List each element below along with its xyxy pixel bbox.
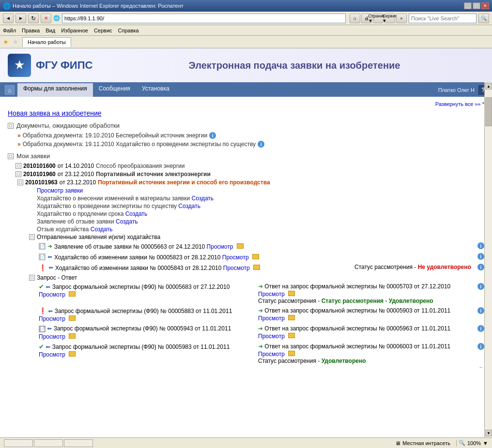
qa-item-1-status-label: Статус рассмотрения - <box>258 298 322 304</box>
qa-item-4-right: ➜ Ответ на запрос формальной экспертизы … <box>258 343 468 364</box>
menu-favorites[interactable]: Избранное <box>61 28 88 33</box>
pending-collapse-btn[interactable]: □ <box>8 123 14 129</box>
sent-collapse-btn[interactable]: □ <box>29 234 35 240</box>
qa-item-1-check-icon: ✔ <box>39 283 44 290</box>
view-app-link[interactable]: Просмотр заявки <box>37 187 83 194</box>
sent-item-2-folder-icon <box>252 254 259 261</box>
qa-item-4-left-text: Запрос формальной экспертизы (Ф90) № 000… <box>52 343 230 350</box>
window-title: Начало работы – Windows Internet Explore… <box>13 3 184 9</box>
action-4-text: Заявление об отзыве заявки <box>37 218 114 225</box>
nav-home-button[interactable]: ⌂ <box>4 84 15 96</box>
pending-info-icon-1[interactable]: i <box>209 132 216 139</box>
qa-item-3-left-link[interactable]: Просмотр <box>39 333 65 340</box>
minimize-btn[interactable]: _ <box>464 2 472 9</box>
app-2-collapse-btn[interactable]: □ <box>15 171 21 177</box>
qa-item-3-info-icon[interactable]: i <box>477 325 484 332</box>
new-application-link[interactable]: Новая заявка на изобретение <box>8 109 484 117</box>
action-1-link[interactable]: Создать <box>191 195 214 202</box>
maximize-btn[interactable]: □ <box>473 2 480 9</box>
qa-item-5-right-link[interactable]: Создать <box>372 367 395 368</box>
sent-item-3-link[interactable]: Просмотр <box>223 265 250 271</box>
menu-file[interactable]: Файл <box>3 28 16 33</box>
qa-collapse-btn[interactable]: □ <box>29 275 35 281</box>
sent-item-3-folder-icon <box>253 265 260 271</box>
sent-item-2-info-icon[interactable]: i <box>477 253 484 260</box>
favorites-tab-home[interactable]: Начало работы <box>22 37 71 47</box>
action-2-link[interactable]: Создать <box>178 203 200 209</box>
qa-item-1-left-text: Запрос формальной экспертизы (Ф90) № 000… <box>52 284 230 290</box>
nav-user-label: Платко Олег Н <box>438 87 475 93</box>
action-3-link[interactable]: Создать <box>125 210 148 217</box>
my-apps-collapse-btn[interactable]: □ <box>8 153 14 159</box>
pending-item-1: » Обработка документа: 19.10.2010 Беспер… <box>17 132 484 139</box>
status-bar-left <box>4 439 93 447</box>
extra-tools[interactable]: » <box>396 14 407 23</box>
qa-item-5-info-icon[interactable]: i <box>477 367 484 368</box>
scrollbar-down-btn[interactable]: ▼ <box>485 430 492 436</box>
refresh-button[interactable]: ↻ <box>28 14 39 23</box>
forward-button[interactable]: ► <box>15 14 26 23</box>
qa-item-4-left-link[interactable]: Просмотр <box>39 351 65 358</box>
pending-info-icon-2[interactable]: i <box>258 141 264 148</box>
scrollbar[interactable]: ▲ ▼ <box>484 82 492 437</box>
close-btn[interactable]: ✕ <box>481 2 489 9</box>
back-button[interactable]: ◄ <box>3 14 14 23</box>
nav-tab-setup[interactable]: Установка <box>136 83 175 97</box>
qa-item-1-right-text: Ответ на запрос формальной экспертизы № … <box>264 283 450 290</box>
sent-item-2-text: Ходатайство об изменении заявки № 000058… <box>54 253 476 261</box>
action-5-text: Отзыв ходатайства <box>37 226 89 233</box>
menu-edit[interactable]: Правка <box>22 28 40 33</box>
app-1-collapse-btn[interactable]: □ <box>15 163 21 169</box>
app-2-num: 2010101960 <box>23 171 56 178</box>
zoom-label: 100% <box>467 440 481 446</box>
qa-item-4-info-icon[interactable]: i <box>477 343 484 350</box>
action-5-link[interactable]: Создать <box>91 226 113 233</box>
sent-item-2-link[interactable]: Просмотр <box>222 254 249 261</box>
qa-item-1-info-icon[interactable]: i <box>477 283 484 290</box>
scrollbar-up-btn[interactable]: ▲ <box>485 83 492 90</box>
action-4-link[interactable]: Создать <box>116 218 138 225</box>
qa-item-4-right-link[interactable]: Просмотр <box>258 351 285 358</box>
fav-tab-home-label: Начало работы <box>28 39 66 45</box>
sent-item-1-link[interactable]: Просмотр <box>207 243 233 250</box>
expand-all-link[interactable]: Развернуть все »» * <box>435 101 484 107</box>
home-btn[interactable]: ⌂ <box>350 14 360 23</box>
search-go-button[interactable]: 🔍 <box>478 14 489 23</box>
qa-item-2-left-link[interactable]: Просмотр <box>39 315 65 322</box>
network-label: Местная интрасеть <box>402 440 450 446</box>
search-input[interactable] <box>409 14 477 23</box>
sent-item-3-info-icon[interactable]: i <box>477 264 484 270</box>
menu-view[interactable]: Вид <box>46 28 55 33</box>
menu-help[interactable]: Справка <box>118 28 139 33</box>
qa-item-2-right-link[interactable]: Просмотр <box>258 315 285 322</box>
qa-item-1-left-link[interactable]: Просмотр <box>39 291 65 298</box>
toolbar-right: ⌂ 🖨 Страница ▼ Сервис ▼ » <box>350 14 407 23</box>
favorites-bar: ★ ★ Начало работы <box>0 36 492 48</box>
qa-item-3-right-link[interactable]: Просмотр <box>258 333 285 340</box>
tools-menu[interactable]: Сервис ▼ <box>384 14 395 23</box>
stop-button[interactable]: ✕ <box>41 14 51 23</box>
action-2-row: Ходатайство о проведении экспертизы по с… <box>37 203 484 209</box>
qa-item-5-arrow: ⬅ <box>44 367 48 368</box>
app-3-collapse-btn[interactable]: □ <box>17 179 23 185</box>
qa-item-2-info-icon[interactable]: i <box>477 307 484 314</box>
status-bar: 🖥 Местная интрасеть 🔍 100% ▼ <box>0 437 492 448</box>
qa-item-2-folder-icon2 <box>288 315 295 322</box>
view-app-row: Просмотр заявки <box>37 187 484 194</box>
scrollbar-thumb[interactable] <box>485 97 492 126</box>
sent-item-1-info-icon[interactable]: i <box>477 242 484 249</box>
nav-bar: ⌂ Формы для заполнения Сообщения Установ… <box>0 83 492 97</box>
nav-tab-messages[interactable]: Сообщения <box>93 83 136 97</box>
pending-item-text-1: Обработка документа: 19.10.2010 Беспереб… <box>23 132 207 139</box>
menu-tools[interactable]: Сервис <box>94 28 112 33</box>
qa-item-4-check-icon: ✔ <box>39 343 44 350</box>
qa-item-3-arrow: ⬅ <box>47 325 52 332</box>
title-bar: 🌐 Начало работы – Windows Internet Explo… <box>0 0 492 12</box>
qa-item-1-right-link[interactable]: Просмотр <box>258 291 285 298</box>
qa-item-4-right-status: Статус рассмотрения - Удовлетворено <box>258 358 468 364</box>
sent-item-3-status-value: Не удовлетворено <box>418 264 471 270</box>
qa-item-2-error-icon: ❗ <box>39 307 46 314</box>
qa-item-3-right-text: Ответ на запрос формальной экспертизы № … <box>264 325 450 332</box>
nav-tab-forms[interactable]: Формы для заполнения <box>17 83 93 97</box>
address-input[interactable] <box>62 14 346 23</box>
